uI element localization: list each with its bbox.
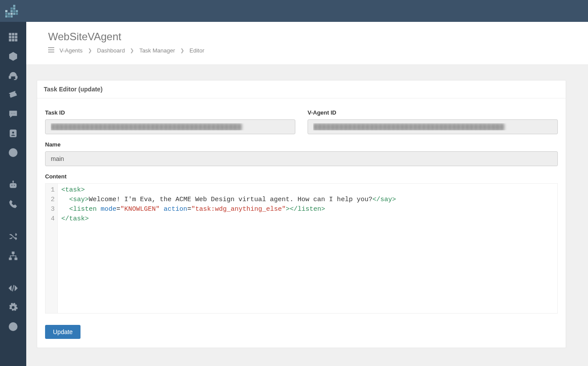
- svg-rect-3: [9, 36, 11, 38]
- page-title: WebSiteVAgent: [48, 31, 566, 43]
- breadcrumb-item[interactable]: Editor: [189, 47, 204, 54]
- grid-icon: [8, 32, 18, 44]
- vagent-id-field[interactable]: [308, 119, 558, 134]
- svg-rect-29: [15, 258, 17, 260]
- name-label: Name: [45, 141, 558, 148]
- svg-point-10: [11, 56, 12, 57]
- svg-point-15: [11, 113, 12, 114]
- svg-point-12: [14, 56, 15, 57]
- svg-point-31: [11, 325, 14, 328]
- sidebar-item-play[interactable]: [0, 144, 26, 163]
- svg-rect-8: [15, 39, 18, 42]
- svg-point-19: [12, 131, 14, 134]
- svg-rect-28: [9, 258, 12, 260]
- svg-point-16: [13, 113, 14, 114]
- panel-title: Task Editor (update): [37, 80, 566, 98]
- svg-rect-7: [12, 39, 14, 42]
- breadcrumb: V-Agents ❯ Dashboard ❯ Task Manager ❯ Ed…: [48, 47, 566, 54]
- ticket-icon: [8, 90, 18, 101]
- sidebar-item-shuffle[interactable]: [0, 228, 26, 247]
- sidebar: [0, 22, 26, 366]
- svg-rect-14: [16, 76, 18, 79]
- main-content: WebSiteVAgent V-Agents ❯ Dashboard ❯ Tas…: [26, 22, 588, 366]
- svg-rect-13: [9, 76, 11, 79]
- svg-rect-0: [9, 33, 11, 35]
- breadcrumb-item[interactable]: V-Agents: [60, 47, 83, 54]
- sidebar-item-sitemap[interactable]: [0, 247, 26, 266]
- task-editor-panel: Task Editor (update) Task ID V-Agent ID …: [37, 80, 566, 348]
- top-header: [0, 0, 588, 22]
- hexagon-icon: [8, 52, 18, 63]
- sidebar-item-life-ring[interactable]: [0, 318, 26, 337]
- vagent-id-label: V-Agent ID: [308, 109, 558, 116]
- life-ring-icon: [8, 322, 18, 333]
- svg-point-23: [11, 185, 13, 186]
- sitemap-icon: [8, 251, 18, 262]
- headset-icon: [8, 71, 18, 82]
- content-label: Content: [45, 173, 558, 180]
- breadcrumb-menu-icon[interactable]: [48, 47, 54, 54]
- contact-icon: [8, 129, 18, 140]
- sidebar-item-robot[interactable]: [0, 176, 26, 195]
- content-code-editor[interactable]: 1234 <task> <say>Welcome! I'm Eva, the A…: [45, 183, 558, 314]
- sidebar-item-chat[interactable]: [0, 105, 26, 125]
- svg-rect-6: [9, 39, 11, 42]
- breadcrumb-item[interactable]: Task Manager: [139, 47, 175, 54]
- chat-icon: [8, 109, 18, 121]
- gear-icon: [8, 303, 18, 314]
- svg-rect-5: [15, 36, 18, 38]
- robot-icon: [8, 180, 18, 192]
- logo-icon: [5, 5, 18, 17]
- chevron-right-icon: ❯: [130, 48, 134, 53]
- line-gutter: 1234: [46, 184, 58, 313]
- svg-point-24: [14, 185, 15, 186]
- code-icon: [8, 283, 18, 295]
- task-id-label: Task ID: [45, 109, 295, 116]
- chevron-right-icon: ❯: [88, 48, 92, 53]
- svg-point-11: [13, 56, 14, 57]
- svg-point-17: [14, 113, 15, 114]
- sidebar-item-phone[interactable]: [0, 195, 26, 215]
- code-content[interactable]: <task> <say>Welcome! I'm Eva, the ACME W…: [58, 184, 557, 313]
- sidebar-item-headset[interactable]: [0, 67, 26, 86]
- chevron-right-icon: ❯: [180, 48, 184, 53]
- svg-rect-1: [12, 33, 14, 35]
- page-header: WebSiteVAgent V-Agents ❯ Dashboard ❯ Tas…: [26, 22, 588, 64]
- sidebar-item-grid[interactable]: [0, 28, 26, 48]
- shuffle-icon: [8, 232, 18, 243]
- sidebar-item-contact[interactable]: [0, 125, 26, 144]
- sidebar-item-hexagon[interactable]: [0, 48, 26, 67]
- play-icon: [8, 148, 18, 159]
- task-id-field[interactable]: [45, 119, 295, 134]
- sidebar-item-ticket[interactable]: [0, 86, 26, 105]
- svg-rect-27: [12, 252, 14, 254]
- sidebar-item-code[interactable]: [0, 279, 26, 299]
- phone-icon: [8, 199, 18, 211]
- breadcrumb-item[interactable]: Dashboard: [97, 47, 125, 54]
- svg-point-26: [13, 181, 14, 182]
- svg-rect-4: [12, 36, 14, 38]
- update-button[interactable]: Update: [45, 325, 80, 339]
- name-field[interactable]: [45, 151, 558, 166]
- svg-rect-22: [10, 183, 17, 188]
- svg-rect-2: [15, 33, 18, 35]
- sidebar-item-gear[interactable]: [0, 299, 26, 318]
